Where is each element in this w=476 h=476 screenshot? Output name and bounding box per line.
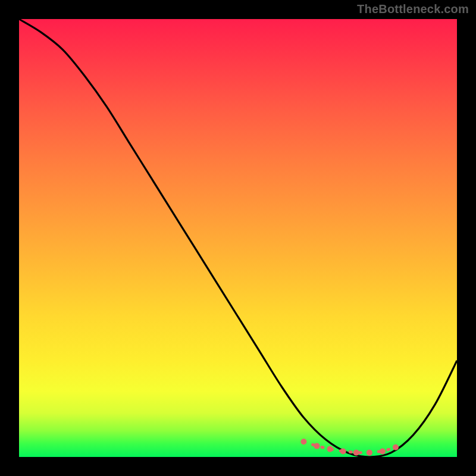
optimal-markers — [300, 439, 399, 455]
optimal-range-dot — [327, 446, 333, 452]
optimal-range-dot — [314, 443, 320, 449]
curve-svg — [19, 19, 457, 457]
bottleneck-curve — [19, 19, 457, 457]
optimal-range-dot — [300, 439, 306, 444]
watermark-text: TheBottleneck.com — [357, 2, 469, 16]
plot-area — [19, 19, 457, 457]
optimal-range-dot — [367, 450, 372, 456]
chart-frame: TheBottleneck.com — [0, 0, 476, 476]
optimal-range-dot — [340, 448, 346, 454]
optimal-range-dot — [380, 448, 386, 454]
optimal-range-dot — [393, 444, 399, 450]
optimal-range-dot — [353, 450, 359, 456]
